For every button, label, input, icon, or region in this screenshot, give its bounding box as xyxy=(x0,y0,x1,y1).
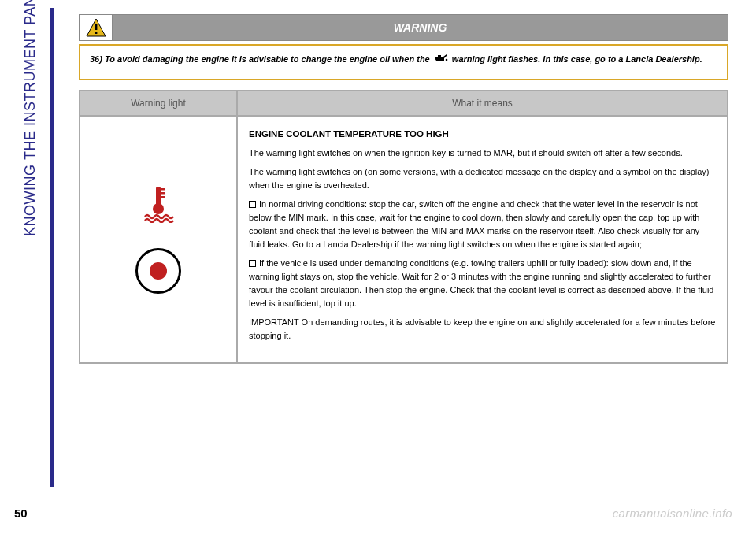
table-header-meaning: What it means xyxy=(237,91,728,116)
warning-text-before: 36) To avoid damaging the engine it is a… xyxy=(90,54,432,64)
warning-triangle-icon xyxy=(80,15,113,40)
svg-point-8 xyxy=(153,203,164,214)
warning-callout: 36) To avoid damaging the engine it is a… xyxy=(79,44,728,80)
sidebar-prefix: KNOWING xyxy=(22,160,38,236)
svg-rect-1 xyxy=(94,24,97,30)
table-row: ENGINE COOLANT TEMPERATURE TOO HIGH The … xyxy=(80,116,728,363)
svg-rect-6 xyxy=(161,192,165,195)
meaning-bullet-2: If the vehicle is used under demanding c… xyxy=(249,257,716,310)
meaning-bullet-1: In normal driving conditions: stop the c… xyxy=(249,198,716,251)
warning-header: WARNING xyxy=(79,14,728,41)
svg-rect-7 xyxy=(161,196,165,198)
meaning-important: IMPORTANT On demanding routes, it is adv… xyxy=(249,316,716,343)
table-header-row: Warning light What it means xyxy=(80,91,728,116)
svg-rect-5 xyxy=(161,188,165,191)
red-indicator-dot xyxy=(150,262,167,280)
page-content: WARNING 36) To avoid damaging the engine… xyxy=(79,14,728,364)
sidebar-suffix: THE INSTRUMENT PANEL xyxy=(22,0,38,160)
warning-light-table: Warning light What it means xyxy=(79,90,728,364)
svg-rect-2 xyxy=(94,32,97,34)
sidebar-section-title: KNOWING THE INSTRUMENT PANEL xyxy=(22,0,39,236)
meaning-title: ENGINE COOLANT TEMPERATURE TOO HIGH xyxy=(249,128,716,142)
table-header-warning-light: Warning light xyxy=(80,91,237,116)
bullet-2-text: If the vehicle is used under demanding c… xyxy=(249,258,713,308)
meaning-p1: The warning light switches on when the i… xyxy=(249,146,716,160)
warning-light-cell xyxy=(80,116,237,363)
warning-text-after: warning light flashes. In this case, go … xyxy=(450,54,702,64)
meaning-cell: ENGINE COOLANT TEMPERATURE TOO HIGH The … xyxy=(237,116,728,363)
warning-title: WARNING xyxy=(113,15,728,40)
meaning-p2: The warning light switches on (on some v… xyxy=(249,165,716,192)
square-bullet-icon xyxy=(249,201,256,208)
bullet-1-text: In normal driving conditions: stop the c… xyxy=(249,199,699,249)
square-bullet-icon xyxy=(249,260,256,267)
svg-point-3 xyxy=(445,59,447,61)
watermark: carmanualsonline.info xyxy=(613,506,732,520)
coolant-temperature-icon xyxy=(143,185,174,226)
sidebar-rule: KNOWING THE INSTRUMENT PANEL xyxy=(14,8,54,487)
red-indicator-icon xyxy=(135,248,181,294)
page-number: 50 xyxy=(14,506,28,520)
oil-can-icon xyxy=(434,54,448,66)
